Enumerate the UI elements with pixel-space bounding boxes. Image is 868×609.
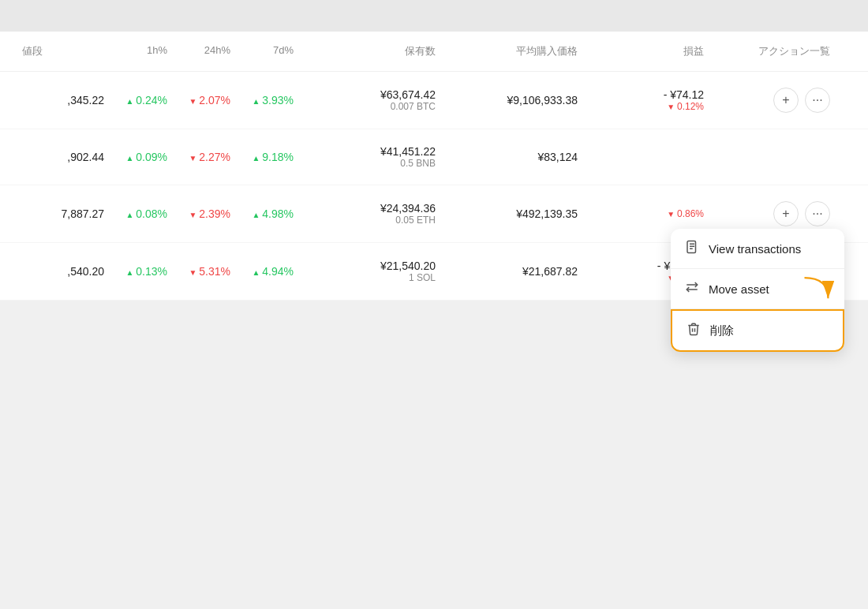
trash-icon bbox=[687, 322, 701, 339]
cell-price: 7,887.27 bbox=[16, 204, 110, 223]
main-content: 値段 1h% 24h% 7d% 保有数 平均購入価格 損益 アクション一覧 ,3… bbox=[0, 32, 868, 301]
cell-1h: 0.08% bbox=[110, 204, 174, 223]
cell-1h: 0.09% bbox=[110, 148, 174, 166]
table-row: ,345.22 0.24% 2.07% 3.93% ¥63,674.42 0.0… bbox=[0, 72, 868, 129]
cell-avg-price: ¥21,687.82 bbox=[442, 262, 584, 281]
cell-price: ,345.22 bbox=[16, 91, 110, 110]
cell-price: ,902.44 bbox=[16, 148, 110, 166]
cell-avg-price: ¥492,139.35 bbox=[442, 204, 584, 223]
cell-pnl bbox=[584, 154, 710, 160]
cell-holding: ¥21,540.20 1 SOL bbox=[300, 256, 442, 286]
orange-arrow-indicator bbox=[799, 270, 846, 312]
cell-24h: 5.31% bbox=[174, 262, 237, 281]
cell-pnl: 0.86% bbox=[584, 205, 710, 222]
actions-cell: + ··· bbox=[710, 198, 836, 230]
dropdown-item-label: 削除 bbox=[710, 323, 734, 338]
cell-1h: 0.24% bbox=[110, 91, 174, 110]
add-button[interactable]: + bbox=[773, 88, 799, 113]
col-header-pnl: 損益 bbox=[584, 41, 710, 62]
cell-avg-price: ¥83,124 bbox=[442, 148, 584, 166]
col-header-holding: 保有数 bbox=[300, 41, 442, 62]
dropdown-item-label: View transactions bbox=[709, 242, 801, 256]
actions-cell: + ··· bbox=[710, 84, 836, 116]
cell-24h: 2.27% bbox=[174, 148, 237, 166]
actions-cell bbox=[710, 154, 836, 160]
add-button[interactable]: + bbox=[773, 201, 799, 226]
dropdown-item-delete[interactable]: 削除 bbox=[671, 309, 844, 352]
cell-7d: 9.18% bbox=[237, 148, 300, 166]
cell-24h: 2.39% bbox=[174, 204, 237, 223]
cell-7d: 4.98% bbox=[237, 204, 300, 223]
cell-holding: ¥63,674.42 0.007 BTC bbox=[300, 85, 442, 115]
cell-7d: 4.94% bbox=[237, 262, 300, 281]
col-header-24h: 24h% bbox=[174, 41, 237, 62]
dropdown-item-view-transactions[interactable]: View transactions bbox=[671, 229, 844, 269]
cell-holding: ¥41,451.22 0.5 BNB bbox=[300, 142, 442, 172]
cell-pnl: - ¥74.12 0.12% bbox=[584, 85, 710, 115]
col-header-actions: アクション一覧 bbox=[710, 41, 836, 62]
col-header-1h: 1h% bbox=[110, 41, 174, 62]
cell-7d: 3.93% bbox=[237, 91, 300, 110]
cell-price: ,540.20 bbox=[16, 262, 110, 281]
transfer-icon bbox=[685, 280, 699, 297]
col-header-price: 値段 bbox=[16, 41, 110, 62]
top-bar bbox=[0, 0, 868, 32]
table-row: ,902.44 0.09% 2.27% 9.18% ¥41,451.22 0.5… bbox=[0, 129, 868, 185]
cell-1h: 0.13% bbox=[110, 262, 174, 281]
cell-24h: 2.07% bbox=[174, 91, 237, 110]
cell-avg-price: ¥9,106,933.38 bbox=[442, 91, 584, 110]
more-button[interactable]: ··· bbox=[805, 88, 830, 113]
dropdown-item-label: Move asset bbox=[709, 282, 769, 296]
cell-holding: ¥24,394.36 0.05 ETH bbox=[300, 199, 442, 229]
col-header-avg: 平均購入価格 bbox=[442, 41, 584, 62]
table-header: 値段 1h% 24h% 7d% 保有数 平均購入価格 損益 アクション一覧 bbox=[0, 32, 868, 72]
document-icon bbox=[685, 240, 699, 257]
col-header-7d: 7d% bbox=[237, 41, 300, 62]
more-button[interactable]: ··· bbox=[805, 201, 830, 226]
